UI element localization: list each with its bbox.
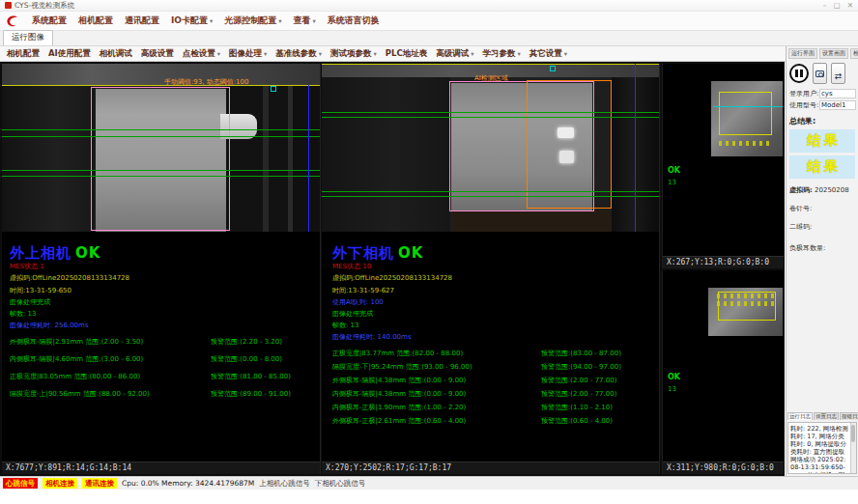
camera-view-button[interactable] (813, 63, 827, 84)
tool-image-process[interactable]: 图像处理 (229, 48, 267, 60)
menu-language-switch[interactable]: 系统语言切换 (328, 14, 380, 27)
measurement-row: 内侧极耳-正极|1.90mm 范围:(1.00 - 2.20)预警范围:(1.1… (332, 403, 659, 412)
log-tab-strip: 运行日志 设置日志 报错日志 (787, 412, 857, 420)
overlay-roi-rect (719, 92, 772, 135)
overlay-marker-icon (550, 66, 556, 71)
overlay-baseline-2 (2, 136, 320, 137)
menu-view[interactable]: 查看 (294, 14, 316, 27)
model-input[interactable]: Model1 (819, 100, 856, 110)
frame-count: 13 (668, 179, 676, 186)
measurement-value: 外侧极耳-隔膜|4.38mm 范围:(0.00 - 9.00) (332, 376, 541, 385)
measurement-value: 隔膜宽度-上|90.56mm 范围:(88.00 - 92.00) (10, 389, 211, 399)
status-bar: 心跳信号 相机连接 通讯连接 Cpu: 0.0% Memory: 3424.41… (0, 476, 858, 490)
tool-camera-debug[interactable]: 相机调试 (100, 48, 132, 60)
menu-camera-config[interactable]: 相机配置 (78, 14, 113, 27)
log-output[interactable]: 耗时: 222, 网络检测耗时: 17, 网络分类耗时: 0, 网络提取分类耗时… (787, 422, 857, 474)
menu-io-config[interactable]: IO卡配置 (171, 14, 213, 27)
menu-bar: 系统配置 相机配置 通讯配置 IO卡配置 光源控制配置 查看 系统语言切换 (0, 12, 858, 31)
tool-other-settings[interactable]: 其它设置 (529, 48, 567, 60)
process-status: 图像处理完成 (332, 310, 659, 318)
app-logo-icon (6, 14, 20, 28)
measurement-value: 隔膜宽度-下|95.24mm 范围:(93.00 - 96.00) (332, 362, 541, 372)
log-scrollbar[interactable] (850, 423, 856, 473)
tool-camera-config[interactable]: 相机配置 (7, 48, 40, 60)
warning-range: 预警范围:(2.00 - 77.00) (541, 389, 616, 399)
process-elapsed: 图像处理耗时: 256.00ms (10, 322, 320, 329)
menu-light-config[interactable]: 光源控制配置 (224, 14, 281, 27)
main-area: 手动阈值:93, 动态阈值:100 外上相机OK MES状态:1 虚拟码:Off… (0, 62, 785, 476)
overlay-baseline-2 (322, 117, 659, 118)
camera-name: 外下相机 (332, 244, 394, 262)
sidebar-controls (786, 60, 858, 87)
measurement-value: 外侧极耳-正极|2.61mm 范围:(0.60 - 4.00) (332, 416, 541, 426)
tab-run-image[interactable]: 运行图像 (3, 30, 53, 45)
login-user-input[interactable]: cys (819, 89, 856, 98)
pixel-coordinate-bar: X:7677;Y:891;R:14;G:14;B:14 (2, 462, 320, 474)
camera-panel-lower[interactable]: AI检测区域 外下相机OK MES状态:10 虚拟码:OffLine202502… (322, 64, 660, 474)
login-user-field: 登录用户: cys (786, 87, 858, 98)
switch-view-button[interactable] (831, 63, 845, 84)
camera-link-badge: 相机连接 (43, 478, 77, 489)
measurement-value: 内侧极耳-隔膜|4.38mm 范围:(0.00 - 9.00) (332, 389, 541, 399)
maximize-button[interactable]: ▢ (834, 1, 841, 10)
overlay-baseline-4 (322, 196, 659, 197)
virtual-barcode: 虚拟码:OffLine20250208133134728 (10, 274, 320, 282)
view-tab-run[interactable]: 运行界面 (788, 48, 817, 59)
camera-image-lower[interactable]: AI检测区域 (322, 64, 659, 232)
overlay-baseline-4 (2, 176, 320, 177)
close-button[interactable]: ✕ (847, 1, 853, 10)
overlay-tick-marks (719, 141, 773, 146)
threshold-label: 手动阈值:93, 动态阈值:100 (164, 77, 248, 87)
tool-test-params[interactable]: 测试项参数 (330, 48, 377, 60)
result-box-lower: 结果 (789, 155, 855, 179)
toolbar: 相机配置 AI使用配置 相机调试 高级设置 点检设置 图像处理 基准线参数 测试… (0, 46, 786, 62)
measurement-value: 正极宽度|83.77mm 范围:(82.00 - 88.00) (332, 349, 541, 358)
log-tab-run[interactable]: 运行日志 (787, 412, 813, 420)
pause-button[interactable] (789, 64, 809, 83)
pause-icon (800, 70, 803, 77)
overlay-blue-line (635, 64, 636, 232)
warning-range: 预警范围:(81.00 - 85.00) (211, 372, 291, 381)
camera-panel-upper[interactable]: 手动阈值:93, 动态阈值:100 外上相机OK MES状态:1 虚拟码:Off… (2, 64, 321, 474)
tool-advanced-settings[interactable]: 高级设置 (141, 48, 174, 60)
scrollbar-thumb[interactable] (851, 425, 855, 442)
total-result-label: 总结果: (786, 110, 858, 126)
pixel-coordinate-bar: X:267;Y:13;R:0;G:0;B:0 (663, 256, 784, 268)
view-tab-setting[interactable]: 设置画面 (819, 48, 848, 59)
tool-plc-address[interactable]: PLC地址表 (386, 48, 427, 60)
frame-count: 帧数: 13 (332, 322, 659, 329)
warning-range: 预警范围:(83.00 - 87.00) (541, 349, 621, 358)
thumbnail-panel-bottom[interactable]: OK 13 X:311;Y:980;R:0;G:0;B:0 (662, 270, 784, 474)
minimize-button[interactable]: – (823, 1, 827, 10)
camera-lower-title: 外下相机OK (332, 245, 659, 261)
measurement-list-upper: 外侧极耳-隔膜|2.91mm 范围:(2.00 - 3.50)预警范围:(2.2… (10, 337, 320, 399)
log-tab-error[interactable]: 报错日志 (840, 412, 858, 420)
login-user-label: 登录用户: (789, 89, 819, 98)
result-ok-badge: OK (398, 244, 423, 262)
capture-time: 时间:13-31-59-650 (10, 287, 320, 294)
sidebar: 运行界面 设置画面 检测画面 登录用户: cys 使用型号: Model1 总结… (786, 46, 858, 476)
tool-baseline-params[interactable]: 基准线参数 (275, 48, 322, 60)
machine-left-block (322, 77, 450, 232)
thumbnail-panel-top[interactable]: OK 13 X:267;Y:13;R:0;G:0;B:0 (662, 64, 784, 268)
process-status: 图像处理完成 (10, 298, 320, 306)
ai-queue: 使用AI队列: 100 (332, 298, 659, 306)
log-tab-setting[interactable]: 设置日志 (814, 412, 839, 420)
warning-range: 预警范围:(2.20 - 3.20) (211, 337, 282, 347)
tool-learn-params[interactable]: 学习参数 (482, 48, 520, 60)
tool-spot-check[interactable]: 点检设置 (183, 48, 220, 60)
measurement-row: 正极宽度|83.77mm 范围:(82.00 - 88.00)预警范围:(83.… (332, 349, 659, 358)
frame-count: 13 (668, 385, 676, 393)
machine-top-rail (2, 64, 320, 85)
log-text: 耗时: 222, 网络检测耗时: 17, 网络分类耗时: 0, 网络提取分类耗时… (790, 425, 848, 474)
camera-upper-title: 外上相机OK (10, 245, 320, 261)
view-tab-detect[interactable]: 检测画面 (850, 48, 858, 59)
tool-advanced-debug[interactable]: 高级调试 (436, 48, 473, 60)
warning-range: 预警范围:(2.00 - 77.00) (541, 376, 616, 385)
overlay-tick-marks (717, 294, 775, 298)
camera-image-upper[interactable]: 手动阈值:93, 动态阈值:100 (2, 64, 320, 232)
warning-range: 预警范围:(0.60 - 4.00) (541, 416, 613, 426)
menu-comm-config[interactable]: 通讯配置 (125, 14, 159, 27)
menu-system-config[interactable]: 系统配置 (32, 14, 67, 27)
tool-ai-config[interactable]: AI使用配置 (48, 48, 91, 60)
